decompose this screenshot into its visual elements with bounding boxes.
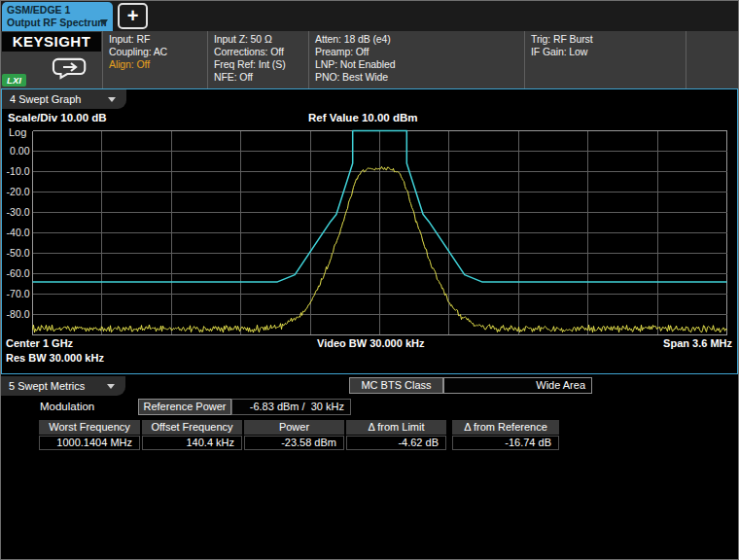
svg-text:0.00: 0.00 [10,145,30,157]
swept-metrics-window[interactable]: 5 Swept Metrics MC BTS Class Wide Area M… [1,375,738,559]
res-bw-label: Res BW 30.000 kHz [6,352,104,364]
tab-mode-name: GSM/EDGE 1 [7,4,113,17]
reference-power-value: -6.83 dBm / 30 kHz [231,399,351,415]
svg-text:-30.0: -30.0 [7,206,30,218]
status-col-impedance: Input Z: 50 Ω Corrections: Off Freq Ref:… [207,31,308,88]
brand-name: KEYSIGHT [2,32,101,52]
modulation-label: Modulation [40,401,94,412]
col-header-delta-reference: Δ from Reference [452,420,559,435]
svg-text:-80.0: -80.0 [7,308,30,320]
status-col-atten: Atten: 18 dB (e4) Preamp: Off LNP: Not E… [308,31,524,88]
chevron-down-icon [107,384,115,389]
mc-bts-class-label: MC BTS Class [349,377,443,394]
status-col-empty [686,31,738,88]
remote-message-icon [52,56,88,80]
add-tab-button[interactable]: + [118,3,148,29]
video-bw-label: Video BW 30.000 kHz [317,337,424,349]
tab-bar: GSM/EDGE 1 Output RF Spectrum + [1,1,738,31]
graph-window-selector-label: 4 Swept Graph [10,93,81,105]
status-col-trigger: Trig: RF Burst IF Gain: Low [524,31,686,88]
svg-text:-10.0: -10.0 [7,165,30,177]
metrics-window-selector-label: 5 Swept Metrics [9,380,85,392]
col-header-worst-frequency: Worst Frequency [39,420,140,435]
spectrum-plot: 0.00-10.0-20.0-30.0-40.0-50.0-60.0-70.0-… [2,89,737,373]
status-coupling: Coupling: AC [109,46,201,58]
worst-frequency-value: 1000.1404 MHz [39,436,140,450]
status-nfe: NFE: Off [214,71,302,84]
metrics-table-header-row: Worst Frequency Offset Frequency Power Δ… [39,420,559,435]
svg-text:-50.0: -50.0 [7,247,30,259]
svg-text:-60.0: -60.0 [7,267,30,279]
status-col-input: Input: RF Coupling: AC Align: Off [102,31,207,88]
delta-limit-value: -4.62 dB [346,436,446,450]
graph-window-selector[interactable]: 4 Swept Graph [2,89,126,109]
keysight-logo: KEYSIGHT LXI [1,31,102,88]
ref-value-label: Ref Value 10.00 dBm [308,112,418,123]
metrics-table: Worst Frequency Offset Frequency Power Δ… [39,420,559,450]
status-align: Align: Off [109,58,201,71]
swept-graph-window[interactable]: 0.00-10.0-20.0-30.0-40.0-50.0-60.0-70.0-… [1,88,738,374]
tab-chevron-down-icon[interactable] [100,19,108,25]
status-atten: Atten: 18 dB (e4) [315,33,518,46]
status-if-gain: IF Gain: Low [531,46,680,58]
status-input-z: Input Z: 50 Ω [214,33,302,46]
span-label: Span 3.6 MHz [663,337,732,349]
status-input: Input: RF [109,33,201,46]
status-lnp: LNP: Not Enabled [315,58,518,71]
measurement-tab[interactable]: GSM/EDGE 1 Output RF Spectrum [2,2,113,31]
amplitude-scale-label: Log [9,126,26,138]
delta-reference-value: -16.74 dB [452,436,559,450]
tab-measurement-name: Output RF Spectrum [7,17,113,29]
mc-bts-class-value[interactable]: Wide Area [443,377,592,394]
instrument-screen: GSM/EDGE 1 Output RF Spectrum + KEYSIGHT… [0,0,739,560]
svg-text:-40.0: -40.0 [7,227,30,238]
power-value: -23.58 dBm [244,436,344,450]
chevron-down-icon [108,97,116,102]
status-trig: Trig: RF Burst [531,33,680,46]
status-corrections: Corrections: Off [214,46,302,58]
offset-frequency-value: 140.4 kHz [142,436,242,450]
status-header[interactable]: KEYSIGHT LXI Input: RF Coupling: AC Alig… [1,31,738,88]
lxi-badge: LXI [2,74,26,87]
metrics-table-row: 1000.1404 MHz 140.4 kHz -23.58 dBm -4.62… [39,436,559,450]
metrics-window-selector[interactable]: 5 Swept Metrics [1,376,125,396]
center-freq-label: Center 1 GHz [6,337,73,349]
col-header-delta-limit: Δ from Limit [346,420,446,435]
reference-power-label: Reference Power [138,399,231,415]
svg-text:-70.0: -70.0 [7,288,30,299]
status-pno: PNO: Best Wide [315,71,518,84]
scale-div-label: Scale/Div 10.00 dB [8,112,107,123]
status-preamp: Preamp: Off [315,46,518,58]
svg-text:-20.0: -20.0 [7,186,30,197]
status-freq-ref: Freq Ref: Int (S) [214,58,302,71]
col-header-power: Power [244,420,344,435]
col-header-offset-frequency: Offset Frequency [142,420,242,435]
